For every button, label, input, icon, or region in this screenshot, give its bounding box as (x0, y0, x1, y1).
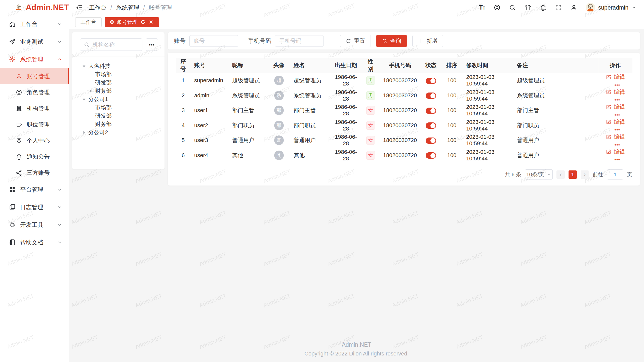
notification-bell-icon[interactable] (540, 4, 547, 11)
caret-down-icon[interactable] (82, 97, 87, 102)
sidebar-item-role-management[interactable]: 角色管理 (0, 84, 69, 100)
account-input[interactable] (189, 35, 238, 47)
font-size-icon[interactable]: TT (479, 4, 485, 11)
sidebar-item-business-test[interactable]: 业务测试 (0, 33, 69, 51)
cell-actions: 编辑 ••• (598, 148, 632, 163)
edit-button[interactable]: 编辑 (606, 103, 625, 111)
refresh-icon[interactable] (140, 19, 146, 25)
cell-birth: 1986-06-28 (330, 148, 362, 163)
prev-page-button[interactable]: ‹ (556, 170, 565, 179)
tree-node[interactable]: 分公司2 (72, 128, 165, 137)
status-toggle[interactable] (426, 78, 436, 84)
cell-no: 3 (176, 103, 191, 118)
user-menu[interactable]: superadmin (586, 3, 636, 12)
sidebar-item-org-management[interactable]: 机构管理 (0, 100, 69, 116)
phone-input[interactable] (275, 35, 324, 47)
row-more-button[interactable]: ••• (614, 112, 620, 117)
edit-button[interactable]: 编辑 (606, 148, 625, 156)
tab-workbench[interactable]: 工作台 (75, 17, 102, 27)
right-column: 账号 手机号码 重置 查询 (168, 32, 640, 186)
org-more-button[interactable]: ••• (146, 38, 158, 51)
tree-node[interactable]: 分公司1 (72, 95, 165, 103)
next-page-button[interactable]: › (581, 170, 589, 179)
gender-badge: 女 (366, 136, 375, 145)
row-more-button[interactable]: ••• (614, 157, 620, 162)
sidebar-item-dev-tools[interactable]: 开发工具 (0, 216, 69, 234)
status-toggle[interactable] (426, 93, 436, 99)
footer-copyright: Copyright © 2022 Dilon All rights reserv… (69, 350, 644, 357)
cell-no: 6 (176, 148, 191, 163)
table-row: 6 user4 其他 其 其他 1986-06-28 女 18020030720… (176, 148, 632, 163)
tab-account-management[interactable]: 账号管理 (105, 17, 159, 27)
sidebar-item-position-management[interactable]: 职位管理 (0, 116, 69, 132)
language-icon[interactable] (494, 4, 501, 11)
sidebar-item-label: 三方账号 (27, 169, 50, 177)
sidebar-item-third-party-account[interactable]: 三方账号 (0, 165, 69, 181)
brand-logo[interactable]: Admin.NET (0, 0, 69, 15)
close-icon[interactable] (148, 19, 154, 25)
status-toggle[interactable] (426, 108, 436, 114)
row-more-button[interactable]: ••• (614, 142, 620, 147)
page-size-select[interactable]: 10条/页 (525, 169, 553, 179)
edit-button[interactable]: 编辑 (606, 73, 625, 81)
tree-node[interactable]: 研发部 (72, 78, 165, 87)
breadcrumb-item[interactable]: 系统管理 (116, 4, 139, 12)
profile-person-icon[interactable] (570, 4, 577, 11)
sidebar-item-account-management[interactable]: 账号管理 (0, 68, 69, 84)
breadcrumb-item[interactable]: 工作台 (89, 4, 106, 12)
mug-icon (16, 121, 22, 128)
reset-label: 重置 (354, 37, 365, 45)
sidebar-item-personal-center[interactable]: 个人中心 (0, 132, 69, 149)
row-more-button[interactable]: ••• (614, 127, 620, 132)
sidebar-item-platform-management[interactable]: 平台管理 (0, 181, 69, 198)
sidebar-item-label: 职位管理 (27, 121, 50, 128)
search-icon[interactable] (509, 4, 516, 11)
theme-shirt-icon[interactable] (524, 4, 531, 11)
cell-phone: 18020030720 (379, 148, 421, 163)
status-toggle[interactable] (426, 122, 436, 129)
cell-remark: 普通用户 (513, 148, 598, 163)
caret-right-icon[interactable] (82, 130, 87, 135)
sidebar-item-workbench[interactable]: 工作台 (0, 15, 69, 33)
fullscreen-icon[interactable] (555, 4, 562, 11)
edit-button[interactable]: 编辑 (606, 118, 625, 126)
sidebar-item-label: 工作台 (20, 20, 57, 28)
page-size-value: 10条/页 (526, 171, 544, 178)
sidebar-item-log-management[interactable]: 日志管理 (0, 198, 69, 216)
org-search-input[interactable] (92, 41, 139, 48)
sidebar-item-notice[interactable]: 通知公告 (0, 149, 69, 165)
cell-modified: 2023-01-03 10:59:44 (463, 103, 513, 118)
status-toggle[interactable] (426, 152, 436, 159)
search-label: 查询 (390, 37, 401, 45)
caret-right-icon[interactable] (88, 88, 93, 94)
accounts-table: 序号 账号 昵称 头像 姓名 出生日期 性别 手机号码 状态 排序 修改时间 (176, 58, 632, 163)
reset-button[interactable]: 重置 (340, 35, 371, 47)
current-page-button[interactable]: 1 (569, 170, 577, 179)
status-toggle[interactable] (426, 138, 436, 144)
cell-gender: 女 (362, 118, 379, 133)
cell-avatar: 部 (268, 103, 290, 118)
sidebar-item-help-docs[interactable]: 帮助文档 (0, 234, 69, 251)
row-more-button[interactable]: ••• (614, 97, 620, 102)
chevron-down-icon (547, 172, 551, 177)
edit-button[interactable]: 编辑 (606, 88, 625, 96)
tree-node[interactable]: 财务部 (72, 120, 165, 128)
chevron-up-icon (57, 57, 62, 62)
caret-down-icon[interactable] (82, 64, 87, 69)
row-more-button[interactable]: ••• (614, 82, 620, 87)
tree-node[interactable]: 市场部 (72, 103, 165, 112)
tree-node[interactable]: 研发部 (72, 112, 165, 120)
breadcrumb-item-current: 账号管理 (149, 4, 172, 12)
tree-node[interactable]: 市场部 (72, 70, 165, 78)
sidebar-item-system-management[interactable]: 系统管理 (0, 51, 69, 68)
chevron-down-icon (57, 187, 62, 192)
tree-node[interactable]: 财务部 (72, 87, 165, 95)
add-button[interactable]: 新增 (412, 35, 443, 47)
goto-page-input[interactable] (607, 169, 623, 179)
search-button[interactable]: 查询 (376, 35, 407, 47)
sidebar-item-label: 账号管理 (27, 72, 50, 80)
tree-node[interactable]: 大名科技 (72, 62, 165, 70)
menu-fold-icon[interactable] (75, 4, 83, 12)
edit-button[interactable]: 编辑 (606, 133, 625, 141)
search-icon (84, 42, 90, 48)
